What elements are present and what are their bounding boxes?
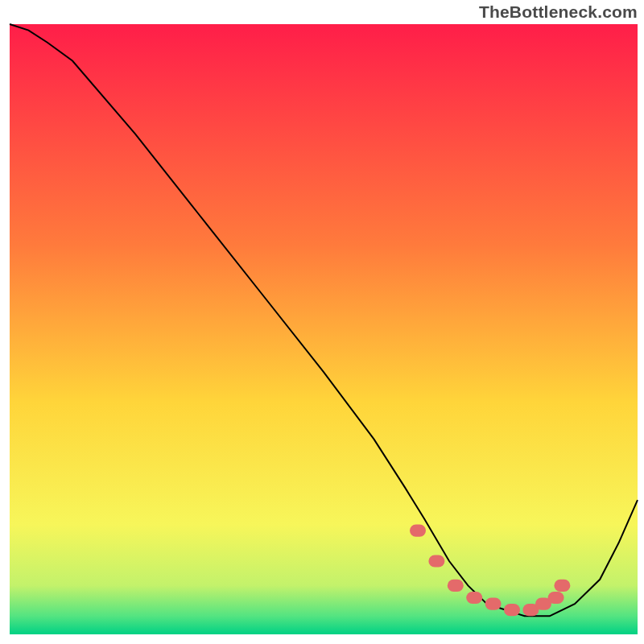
sweet-spot-marker (428, 555, 444, 567)
bottleneck-chart (0, 0, 644, 644)
sweet-spot-marker (548, 592, 564, 604)
sweet-spot-marker (504, 604, 520, 616)
chart-stage: TheBottleneck.com (0, 0, 644, 644)
sweet-spot-marker (554, 580, 570, 592)
sweet-spot-marker (485, 598, 502, 610)
sweet-spot-marker (466, 592, 482, 604)
sweet-spot-marker (448, 580, 464, 592)
gradient-background (10, 24, 638, 634)
plot-area (10, 24, 638, 634)
sweet-spot-marker (410, 525, 426, 537)
